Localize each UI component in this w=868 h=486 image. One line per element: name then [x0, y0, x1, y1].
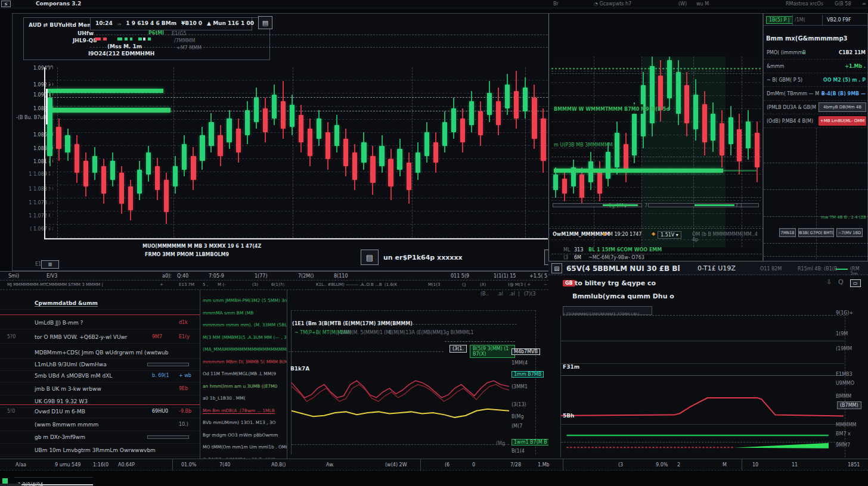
order-row[interactable]: (PMLB DU3A & GB(M4bmyB DB(Mm 4B: [764, 101, 868, 114]
column-header-cell[interactable]: 1(1(1) 15: [494, 273, 516, 279]
candle-body: [182, 144, 187, 170]
table-row[interactable]: jmb B UK m 3-kw wrbww9Eb: [0, 384, 200, 395]
trade-panel-icon[interactable]: ▤: [361, 250, 379, 265]
order-row[interactable]: ~ B( GBM( P 5)OO M2 (5) m . P: [764, 73, 868, 87]
strategy-titlebar: ▤ 65V(4 5BBMLM NUI 30 £B Bl 0-T1£ U19Z O…: [548, 261, 868, 275]
order-row[interactable]: &mmm+1.Mb .: [764, 60, 868, 73]
close-order-button[interactable]: +MB LmBU(ML- OMM: [819, 116, 866, 126]
modify-order-button[interactable]: 4bmyB DB(Mm 4B: [819, 102, 866, 112]
panel-button[interactable]: RMB3B( G7PO( BMT(m): [798, 228, 834, 237]
table-row[interactable]: (wwm 8mmwm mmmm10.): [0, 419, 200, 431]
axis-label: 9(1G)+: [836, 310, 853, 316]
titlebar-item[interactable]: G(B 58: [835, 1, 851, 7]
columns-header: Smi)E/V3a0):Q:407:05-91(77)7(2M()8(11001…: [0, 271, 554, 281]
toolbar-item[interactable]: M(1(3: [428, 282, 440, 287]
candle-body: [746, 122, 751, 148]
candle-body: [146, 152, 151, 175]
row-label: UmLdB JJ) B-mm ?: [35, 320, 83, 326]
toolbar-item[interactable]: K1L.. #BLUM) ——— .A..O.B ...B: [316, 282, 382, 287]
column-header-cell[interactable]: E/V3: [46, 273, 57, 279]
footer-corner-box[interactable]: ▥: [41, 260, 59, 269]
panel-button[interactable]: ~7(MV 1BD: [836, 228, 863, 237]
toolbar-item[interactable]: 5 ,: [203, 282, 208, 287]
table-row[interactable]: gb m DXr-3mf9wm: [0, 432, 200, 444]
main-chart-window: AUD ⇄ BUYuHtd Mend (1 Und UHfw JHL9-Q8 (…: [12, 13, 548, 271]
column-header-cell[interactable]: Smi): [8, 273, 19, 279]
mid-info-select[interactable]: 1.51V ▾: [658, 231, 681, 239]
log-line: mmmmm mmm mm). (M. 33MM (5BL A(71B: [203, 322, 287, 328]
candle-body: [624, 144, 628, 171]
row-progress[interactable]: [147, 363, 189, 366]
toolbar-item[interactable]: (1.6(K: [385, 282, 397, 287]
row-progress[interactable]: [147, 435, 189, 439]
toolbar-item[interactable]: M (-: [218, 282, 226, 287]
spark-mark: [130, 38, 132, 40]
titlebar-item[interactable]: ◔ Gcawpwts h7: [594, 1, 631, 7]
table-row[interactable]: UmLdB JJ) B-mm ?d1k: [0, 317, 200, 329]
progress2-right: 7 1: [735, 203, 743, 208]
order-row[interactable]: DmMm( TBmmm — M +B-4(B (B) 9MB —: [764, 87, 868, 101]
candle-body: [290, 105, 294, 127]
second-candlestick-chart[interactable]: [551, 57, 761, 247]
spark-mark: [125, 38, 128, 40]
taskbar-item[interactable]: 1 9(9/4(94: [14, 477, 93, 485]
table-row[interactable]: MDBMmm+CDS( Jmm QB wUdrgrwm ml (wwtwub: [0, 347, 200, 359]
candle-body: [460, 119, 465, 142]
axis-label: MMMMM: [836, 422, 857, 428]
order-header-cell1[interactable]: 1B(5) P |: [766, 16, 793, 24]
column-header-cell[interactable]: 1(77): [255, 273, 268, 279]
toolbar-item[interactable]: (}: [462, 282, 466, 287]
trade-panel-label[interactable]: un er$P1k64p xxxxxx: [383, 254, 463, 261]
log-line: mmmMA smm BM (MB: [203, 310, 253, 316]
titlebar-item[interactable]: Br: [553, 1, 559, 7]
spark-bottomline: [90, 47, 548, 48]
table-row[interactable]: L1mLhB 9/3Uml (DwmHwa: [0, 359, 200, 371]
table-row[interactable]: 5!0Ovwd D1U m 6-MB69HU0-9.Bb: [0, 406, 200, 418]
toolbar-item[interactable]: MJ MMMMMMM-MTCMMMMM STMM 3 MMMM |: [7, 282, 103, 287]
candle-body: [478, 111, 483, 135]
toolbar-item[interactable]: E13 7M: [179, 282, 194, 287]
axis-tick: (w(4) 2W: [385, 462, 407, 468]
toolbar-item[interactable]: (3): [252, 282, 258, 287]
column-header-cell[interactable]: 7(2M(): [298, 273, 314, 279]
spark-mark: [103, 38, 107, 40]
column-header-cell[interactable]: +1.5( 5: [529, 273, 547, 279]
table-row[interactable]: 5?0tor O RMB VOW. +Q6B2-y-wl VUwr9M7E1(y: [0, 332, 200, 344]
row-label: Ovwd D1U m 6-MB: [35, 409, 85, 415]
column-header-cell[interactable]: 8(110: [334, 273, 348, 279]
row-value-2: E1(y: [179, 334, 190, 339]
panel-button[interactable]: 7MN18: [779, 228, 796, 237]
table-row[interactable]: UBm 10m Lmvbgtrm 3RmmLm Owrwwwvbm: [0, 445, 200, 457]
axis-label: (3(13): [512, 402, 526, 407]
column-header-cell[interactable]: 7:05-9: [209, 273, 224, 279]
log-line: an hmm(lmm am u 3UMB ((E7M0: [203, 384, 277, 389]
titlebar-item[interactable]: wu M: [696, 1, 709, 7]
order-header-cell2: /1M(: [795, 17, 805, 23]
titlebar-item[interactable]: (W): [678, 1, 687, 7]
progress-bar-1[interactable]: [553, 203, 642, 207]
table-row[interactable]: 5mb UBd A sMOBVB mM dXLb. 69(1+ wb: [0, 370, 200, 382]
titlebar-item[interactable]: ≡: [862, 1, 866, 7]
candle-body: [361, 142, 366, 163]
table-row[interactable]: Cpwmmdatbd &umm: [0, 298, 200, 310]
toolbar-item[interactable]: (X): [480, 282, 486, 287]
titlebar-item[interactable]: RMastrea xrcOs: [786, 1, 823, 7]
candle-body: [200, 135, 204, 161]
candle-body: [433, 142, 438, 163]
column-header-cell[interactable]: a0):: [162, 273, 172, 279]
candle-body: [101, 166, 106, 194]
candlestick-chart[interactable]: [45, 67, 548, 238]
time-axis-bar[interactable]: A/aa9 umu 5491:16(0A0.64P01.0%7(40A0.8()…: [0, 459, 868, 471]
toolbar-item[interactable]: +: [160, 282, 163, 287]
toolbar-item[interactable]: 6(1)7(:: [271, 282, 286, 287]
column-header-cell[interactable]: Q:40: [177, 273, 188, 279]
candle-body: [397, 149, 402, 169]
strategy-window-icon[interactable]: ▤: [551, 263, 562, 273]
toolbar-item[interactable]: (@ M(3 ( +: [508, 282, 531, 287]
column-header-cell[interactable]: 011 5(9: [451, 273, 469, 279]
candle-body: [684, 85, 689, 123]
axis-tick: 9 umu 549: [55, 462, 80, 468]
order-row[interactable]: (OdB) P.MB4 4 B(M)+MB LmBU(ML- OMM: [764, 114, 868, 128]
axis-tick: 01.0%: [181, 462, 196, 468]
order-row[interactable]: PMO( (immmmB≡C1B2 11M: [764, 46, 868, 60]
